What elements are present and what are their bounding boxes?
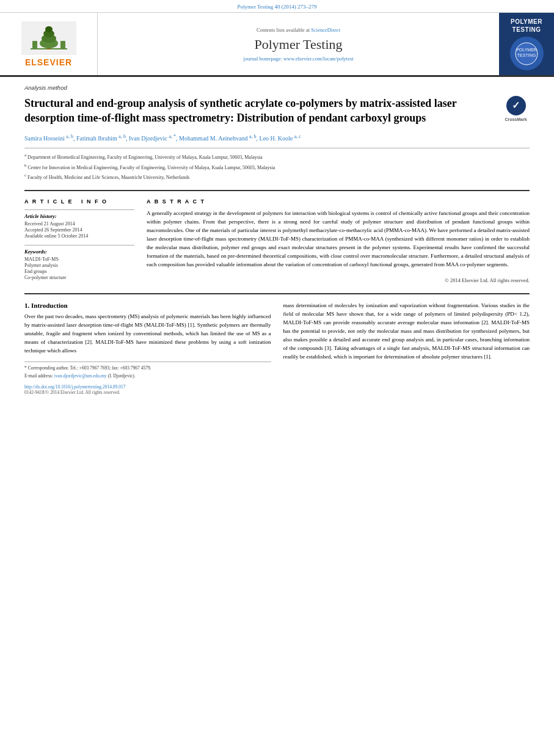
elsevier-tree-svg [27,23,70,53]
brand-circle-svg: POLYMER TESTING [514,42,539,66]
affiliation-a: a Department of Biomedical Engineering, … [24,152,530,161]
introduction-section: 1. Introduction Over the past two decade… [24,293,530,395]
sciencedirect-line: Contents lists available at ScienceDirec… [257,27,340,33]
footnote-corresponding: * Corresponding author. Tel.: +603 7967 … [24,365,271,372]
affiliations-block: a Department of Biomedical Engineering, … [24,148,530,181]
intro-left-text: Over the past two decades, mass spectrom… [24,313,271,355]
received-date: Received 21 August 2014 [24,221,134,227]
keywords-label: Keywords: [24,249,134,255]
journal-title: Polymer Testing [254,37,342,53]
article-type: Analysis method [24,84,530,91]
journal-ref-text: Polymer Testing 40 (2014) 273–279 [237,4,316,10]
homepage-url[interactable]: www.elsevier.com/locate/polytest [283,56,354,62]
crossmark-circle: ✓ [506,96,526,115]
intro-left-col: 1. Introduction Over the past two decade… [24,302,271,395]
crossmark-badge[interactable]: ✓ CrossMark [502,96,530,122]
abstract-header: A B S T R A C T [147,198,530,205]
intro-right-text: mass determination of molecules by ioniz… [283,302,530,362]
footnote-text: * Corresponding author. Tel.: +603 7967 … [24,365,271,379]
accepted-date: Accepted 26 September 2014 [24,227,134,233]
right-column: A B S T R A C T A generally accepted str… [147,198,530,284]
history-label: Article history: [24,213,134,219]
journal-title-section: Contents lists available at ScienceDirec… [98,13,499,75]
intro-right-col: mass determination of molecules by ioniz… [283,302,530,395]
copyright-line: © 2014 Elsevier Ltd. All rights reserved… [147,274,530,283]
sciencedirect-link[interactable]: ScienceDirect [311,27,340,33]
abstract-paragraph: A generally accepted strategy in the dev… [147,209,530,269]
affiliation-b: b Center for Innovation in Medical Engin… [24,162,530,172]
footnote-section: * Corresponding author. Tel.: +603 7967 … [24,362,271,379]
keyword-4: Co-polymer structure [24,275,134,280]
crossmark-label: CrossMark [502,117,530,122]
elsevier-text: ELSEVIER [25,57,72,67]
brand-label: POLYMER TESTING [511,18,542,34]
keyword-1: MALDI-ToF-MS [24,256,134,262]
elsevier-tree-logo [21,21,76,55]
journal-homepage: journal homepage: www.elsevier.com/locat… [243,56,353,62]
elsevier-logo: ELSEVIER [21,21,76,67]
intro-title: 1. Introduction [24,302,271,309]
intro-left-paragraph: Over the past two decades, mass spectrom… [24,313,271,355]
doi-line: http://dx.doi.org/10.1016/j.polymertesti… [24,384,271,390]
journal-header: ELSEVIER Contents lists available at Sci… [0,13,554,77]
svg-point-5 [45,26,53,32]
journal-reference-bar: Polymer Testing 40 (2014) 273–279 [0,0,554,13]
affiliation-c: c Faculty of Health, Medicine and Life S… [24,172,530,181]
journal-brand-box: POLYMER TESTING POLYMER TESTING [499,13,554,75]
available-date: Available online 5 October 2014 [24,233,134,239]
intro-right-paragraph: mass determination of molecules by ioniz… [283,302,530,362]
footnote-email: E-mail address: ivan.djordjevic@um.edu.m… [24,373,271,380]
brand-logo-circle: POLYMER TESTING [510,37,544,70]
abstract-text: A generally accepted strategy in the dev… [147,209,530,269]
article-title-text: Structural and end-group analysis of syn… [24,97,456,124]
footnote-email-address[interactable]: ivan.djordjevic@um.edu.my [54,373,107,379]
article-info-header: A R T I C L E I N F O [24,198,134,205]
issn-line: 0142-9418/© 2014 Elsevier Ltd. All right… [24,390,271,395]
article-history-block: Article history: Received 21 August 2014… [24,209,134,239]
elsevier-logo-section: ELSEVIER [0,13,98,75]
authors-line: Samira Hosseini a, b, Fatimah Ibrahim a,… [24,133,530,143]
article-content: Analysis method Structural and end-group… [0,77,554,402]
introduction-two-col: 1. Introduction Over the past two decade… [24,302,530,395]
keyword-2: Polymer analysis [24,263,134,268]
article-title-block: Structural and end-group analysis of syn… [24,96,530,126]
keyword-3: End groups [24,269,134,274]
info-abstract-section: A R T I C L E I N F O Article history: R… [24,190,530,284]
keywords-block: Keywords: MALDI-ToF-MS Polymer analysis … [24,245,134,280]
svg-rect-7 [60,41,65,48]
left-column: A R T I C L E I N F O Article history: R… [24,198,134,284]
svg-text:POLYMER: POLYMER [516,48,537,52]
doi-url[interactable]: http://dx.doi.org/10.1016/j.polymertesti… [24,384,125,390]
svg-rect-6 [32,41,37,48]
svg-text:TESTING: TESTING [517,53,536,57]
